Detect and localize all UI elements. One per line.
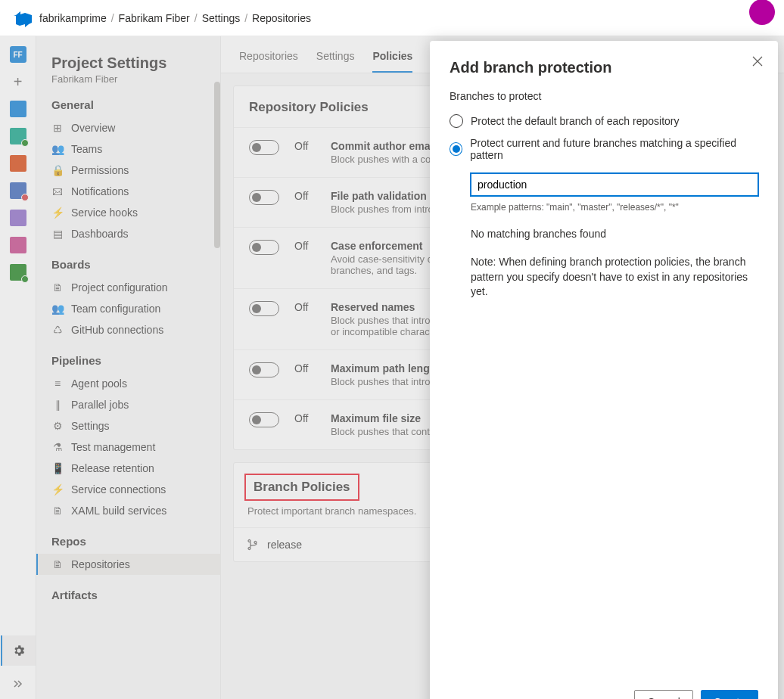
branch-pattern-input[interactable] [471,173,758,196]
crumb-settings[interactable]: Settings [202,12,241,24]
branches-to-protect-label: Branches to protect [450,90,758,102]
radio-protect-default[interactable]: Protect the default branch of each repos… [450,114,758,128]
breadcrumb: fabrikamprime/ Fabrikam Fiber/ Settings/… [39,12,311,24]
pattern-hint: Example patterns: "main", "master", "rel… [471,202,758,213]
radio-icon [450,114,463,128]
crumb-repos[interactable]: Repositories [252,12,311,24]
azure-devops-logo-icon[interactable] [14,9,32,27]
crumb-org[interactable]: fabrikamprime [39,12,107,24]
avatar[interactable] [749,0,775,25]
crumb-project[interactable]: Fabrikam Fiber [119,12,190,24]
radio-label: Protect current and future branches matc… [470,137,758,161]
cancel-button[interactable]: Cancel [634,690,693,699]
no-match-message: No matching branches found [471,228,758,240]
radio-protect-pattern[interactable]: Protect current and future branches matc… [450,137,758,161]
radio-label: Protect the default branch of each repos… [471,115,680,127]
radio-icon [450,142,462,156]
create-button[interactable]: Create [701,690,758,699]
dialog-title: Add branch protection [450,59,758,76]
top-bar: fabrikamprime/ Fabrikam Fiber/ Settings/… [0,0,784,36]
add-branch-protection-dialog: Add branch protection Branches to protec… [430,41,778,699]
note-text: Note: When defining branch protection po… [471,255,758,300]
close-icon[interactable] [752,56,763,67]
